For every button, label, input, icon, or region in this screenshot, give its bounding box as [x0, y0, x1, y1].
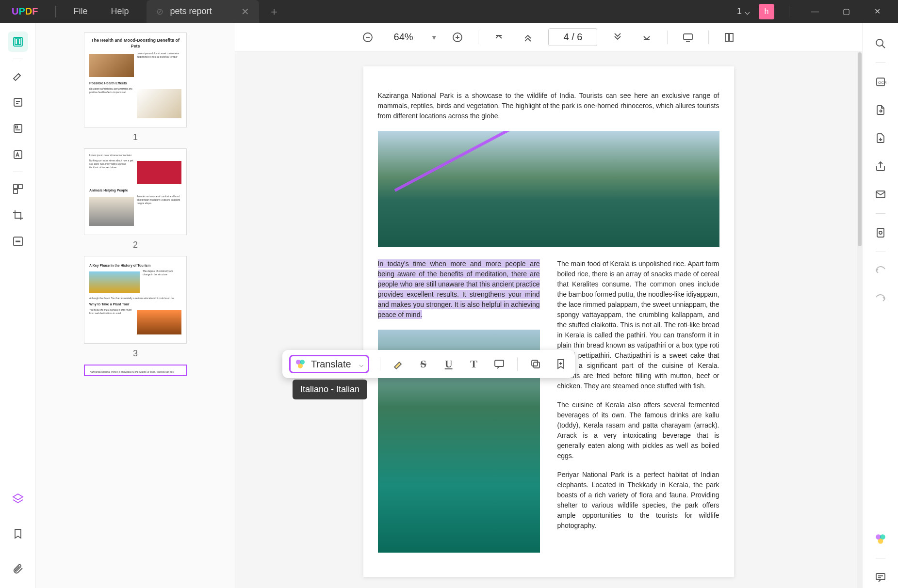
zoom-level: 64%: [388, 32, 419, 43]
add-tab-button[interactable]: ＋: [269, 4, 279, 19]
right-toolbar: OCR: [862, 23, 898, 588]
menu-help[interactable]: Help: [99, 6, 140, 16]
svg-rect-5: [16, 126, 17, 128]
svg-rect-1: [15, 39, 17, 45]
minimize-button[interactable]: —: [804, 4, 826, 19]
redact-tool[interactable]: [8, 231, 28, 252]
svg-rect-13: [684, 34, 692, 40]
document-tab[interactable]: ⊘ pets report ✕: [147, 0, 259, 23]
paragraph: The cuisine of Kerala also offers severa…: [557, 400, 719, 461]
svg-point-26: [298, 364, 303, 368]
scrollbar[interactable]: [857, 52, 862, 588]
comment-button[interactable]: [492, 357, 506, 371]
svg-point-22: [878, 539, 883, 544]
thumbnail-4[interactable]: Kaziranga National Park is a showcase to…: [84, 365, 187, 376]
export-tool[interactable]: [870, 100, 891, 120]
translate-tooltip: Italiano - Italian: [293, 380, 367, 399]
fill-sign-tool[interactable]: [8, 144, 28, 165]
share-tool[interactable]: [870, 156, 891, 176]
bookmark-button[interactable]: [554, 357, 568, 371]
next-page-button[interactable]: [609, 29, 626, 46]
underline-button[interactable]: U: [441, 357, 456, 371]
svg-rect-28: [534, 362, 539, 368]
thumbnail-3[interactable]: A Key Phase in the History of Tourism Th…: [84, 256, 187, 359]
tab-title: pets report: [170, 6, 212, 16]
print-tool[interactable]: [870, 222, 891, 243]
copy-button[interactable]: [528, 357, 543, 371]
window-count[interactable]: 1 ⌵: [737, 6, 750, 17]
maximize-button[interactable]: ▢: [835, 4, 857, 19]
svg-rect-2: [18, 39, 21, 45]
tab-close-icon[interactable]: ✕: [241, 6, 249, 17]
page-indicator[interactable]: 4 / 6: [548, 28, 597, 46]
titlebar: UPDF File Help ⊘ pets report ✕ ＋ 1 ⌵ h —…: [0, 0, 898, 23]
translate-label: Translate: [311, 359, 351, 370]
svg-rect-18: [877, 228, 884, 237]
left-toolbar: [0, 23, 36, 588]
last-page-button[interactable]: [638, 29, 655, 46]
zoom-in-button[interactable]: [449, 29, 466, 46]
attachment-tool[interactable]: [8, 558, 28, 579]
layers-tool[interactable]: [8, 489, 28, 509]
redo-tool[interactable]: [870, 289, 891, 309]
highlighter-tool[interactable]: [8, 66, 28, 86]
svg-point-19: [879, 231, 882, 234]
thumbnail-1[interactable]: The Health and Mood-Boosting Benefits of…: [84, 32, 187, 143]
svg-rect-8: [18, 185, 22, 189]
email-tool[interactable]: [870, 184, 891, 205]
chevron-down-icon: ⌵: [359, 360, 364, 369]
form-tool[interactable]: [8, 118, 28, 139]
zoom-out-button[interactable]: [359, 29, 376, 46]
zoom-dropdown-icon[interactable]: ▼: [431, 33, 438, 41]
mountain-lake-image: [378, 131, 719, 247]
organize-tool[interactable]: [8, 179, 28, 199]
ocr-tool[interactable]: OCR: [870, 72, 891, 92]
reading-mode-button[interactable]: [720, 29, 738, 46]
arrow-annotation[interactable]: [394, 131, 686, 192]
close-button[interactable]: ✕: [866, 4, 888, 19]
paragraph: The main food of Kerala is unpolished ri…: [557, 259, 719, 391]
paragraph: Periyar National Park is a perfect habit…: [557, 470, 719, 531]
presentation-button[interactable]: [679, 29, 697, 46]
strikethrough-button[interactable]: S: [416, 357, 431, 371]
undo-tool[interactable]: [870, 261, 891, 281]
ai-tool[interactable]: [870, 529, 891, 549]
svg-rect-9: [14, 190, 17, 193]
thumbnail-2[interactable]: Lorem ipsum dolor sit amet consectetur N…: [84, 148, 187, 250]
highlight-button[interactable]: [391, 357, 406, 371]
save-tool[interactable]: [870, 128, 891, 148]
document-viewport[interactable]: Kaziranga National Park is a showcase to…: [235, 52, 862, 588]
crop-tool[interactable]: [8, 205, 28, 225]
svg-rect-7: [14, 185, 17, 189]
comments-tool[interactable]: [870, 567, 891, 588]
prev-page-button[interactable]: [519, 29, 537, 46]
svg-rect-3: [14, 98, 22, 106]
menu-file[interactable]: File: [62, 6, 99, 16]
bookmark-tool[interactable]: [8, 524, 28, 544]
svg-rect-29: [532, 360, 538, 366]
text-button[interactable]: T: [467, 357, 481, 371]
translate-button[interactable]: Translate ⌵ Italiano - Italian: [289, 355, 369, 373]
svg-point-14: [876, 39, 883, 46]
svg-text:OCR: OCR: [878, 80, 886, 85]
highlighted-text[interactable]: In today's time when more and more peopl…: [378, 259, 540, 320]
svg-rect-27: [495, 360, 504, 366]
svg-rect-23: [876, 573, 885, 580]
translate-icon: [294, 358, 306, 370]
top-toolbar: 64% ▼ 4 / 6: [235, 23, 862, 52]
search-tool[interactable]: [870, 33, 891, 54]
app-logo: UPDF: [0, 6, 49, 17]
first-page-button[interactable]: [490, 29, 507, 46]
edit-tool[interactable]: [8, 92, 28, 112]
selection-context-toolbar: Translate ⌵ Italiano - Italian S U T: [282, 350, 575, 378]
page-4: Kaziranga National Park is a showcase to…: [363, 66, 734, 577]
thumbnails-tool[interactable]: [8, 32, 28, 52]
user-avatar[interactable]: h: [759, 4, 774, 19]
tab-disabled-icon: ⊘: [156, 6, 163, 17]
thumbnails-panel: The Health and Mood-Boosting Benefits of…: [36, 23, 235, 588]
paragraph: Kaziranga National Park is a showcase to…: [378, 91, 719, 121]
